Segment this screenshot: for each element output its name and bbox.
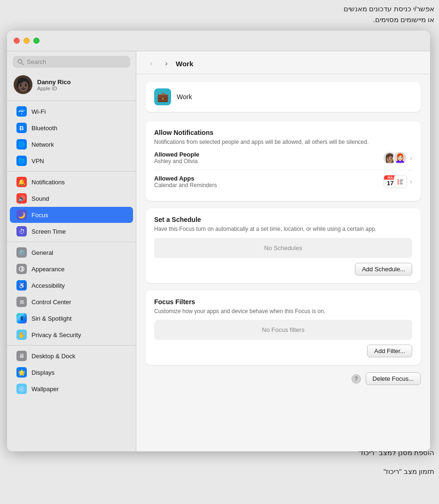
annotation-bottom-2: תזמון מצב "ריכוז"	[274, 467, 434, 476]
allow-notifications-section: Allow Notifications Notifications from s…	[146, 121, 421, 201]
allowed-people-title: Allowed People	[154, 151, 199, 158]
wifi-icon	[16, 106, 27, 117]
allowed-apps-left: Allowed Apps Calendar and Reminders	[154, 175, 217, 189]
search-bar[interactable]: Search	[13, 56, 130, 68]
sidebar-item-focus[interactable]: 🌙 Focus	[10, 207, 133, 223]
help-button[interactable]: ?	[352, 374, 361, 384]
displays-icon: 🌟	[16, 367, 27, 378]
svg-point-0	[18, 59, 22, 63]
sidebar-item-screentime-label: Screen Time	[31, 228, 66, 235]
focus-filters-desc: Customize how your apps and device behav…	[154, 307, 412, 315]
sidebar-item-accessibility-label: Accessibility	[31, 282, 65, 289]
general-icon: ⚙️	[16, 247, 27, 258]
sidebar-item-wallpaper[interactable]: ❄️ Wallpaper	[10, 381, 133, 397]
sidebar-item-network[interactable]: 🌐 Network	[10, 136, 133, 152]
separator-4	[7, 345, 136, 346]
sidebar-item-screentime[interactable]: ⏱ Screen Time	[10, 223, 133, 239]
forward-button[interactable]: ›	[161, 58, 172, 69]
system-preferences-window: Search 🧑🏿 Danny Rico Apple ID	[7, 31, 430, 451]
app-icons-group: JUL 17	[384, 175, 407, 188]
controlcenter-icon: ⊞	[16, 297, 27, 307]
user-row[interactable]: 🧑🏿 Danny Rico Apple ID	[7, 71, 136, 99]
back-button[interactable]: ‹	[146, 58, 157, 69]
bottom-row: ? Delete Focus...	[146, 372, 421, 385]
no-schedules-placeholder: No Schedules	[154, 238, 412, 258]
allowed-people-chevron: ›	[410, 154, 412, 162]
desktop-icon: 🖥	[16, 351, 27, 361]
vpn-icon: 🌐	[16, 156, 27, 166]
traffic-lights	[14, 38, 39, 44]
svg-line-1	[22, 63, 24, 65]
notifications-icon: 🔔	[16, 177, 27, 187]
svg-point-7	[398, 183, 399, 185]
sidebar-item-bluetooth-label: Bluetooth	[31, 125, 57, 132]
sidebar-item-controlcenter-label: Control Center	[31, 299, 71, 306]
set-schedule-section: Set a Schedule Have this Focus turn on a…	[146, 208, 421, 283]
allow-notifications-title: Allow Notifications	[154, 129, 412, 136]
add-schedule-btn-row: Add Schedule...	[154, 263, 412, 276]
main-content: Search 🧑🏿 Danny Rico Apple ID	[7, 51, 430, 451]
svg-rect-4	[400, 180, 403, 181]
sidebar-item-privacy-label: Privacy & Security	[31, 331, 81, 339]
detail-title: Work	[176, 60, 193, 68]
avatar: 🧑🏿	[14, 75, 32, 94]
add-schedule-button[interactable]: Add Schedule...	[355, 263, 412, 276]
svg-point-3	[398, 180, 399, 181]
sidebar-item-general[interactable]: ⚙️ General	[10, 244, 133, 260]
sidebar-group-system: ⚙️ General Appearance ♿	[7, 244, 136, 343]
avatar-olivia: 👩🏻‍🦰	[393, 151, 407, 165]
user-info: Danny Rico Apple ID	[37, 79, 71, 91]
maximize-button[interactable]	[33, 38, 39, 44]
allow-notifications-desc: Notifications from selected people and a…	[154, 138, 412, 146]
sidebar-item-siri-label: Siri & Spotlight	[31, 315, 71, 322]
sidebar-item-controlcenter[interactable]: ⊞ Control Center	[10, 294, 133, 310]
annotation-top: אפשר/י כניסת עדכונים מאנשים או מיישומים …	[274, 0, 434, 29]
sidebar-item-wifi[interactable]: Wi-Fi	[10, 103, 133, 119]
add-filter-button[interactable]: Add Filter...	[367, 345, 412, 357]
close-button[interactable]	[14, 38, 20, 44]
minimize-button[interactable]	[24, 38, 30, 44]
reminders-app-icon	[394, 175, 407, 188]
svg-point-5	[398, 181, 399, 183]
sidebar-item-privacy[interactable]: ✋ Privacy & Security	[10, 327, 133, 343]
sidebar-item-vpn[interactable]: 🌐 VPN	[10, 153, 133, 169]
separator-2	[7, 171, 136, 172]
sidebar-item-displays-label: Displays	[31, 369, 55, 376]
sidebar-item-accessibility[interactable]: ♿ Accessibility	[10, 277, 133, 293]
siri-icon: 🎙	[16, 313, 27, 323]
no-filters-placeholder: No Focus filters	[154, 320, 412, 340]
sidebar-item-displays[interactable]: 🌟 Displays	[10, 364, 133, 380]
screentime-icon: ⏱	[16, 226, 27, 236]
user-name: Danny Rico	[37, 79, 71, 86]
sidebar-item-notifications[interactable]: 🔔 Notifications	[10, 174, 133, 190]
delete-focus-button[interactable]: Delete Focus...	[366, 372, 421, 385]
focus-name-label: Work	[177, 93, 192, 101]
allowed-apps-right: JUL 17	[384, 175, 412, 188]
network-icon: 🌐	[16, 139, 27, 150]
focus-header-card: 💼 Work	[146, 82, 421, 112]
allowed-people-row[interactable]: Allowed People Ashley and Olivia 👩🏽 👩🏻‍🦰…	[154, 146, 412, 170]
allowed-apps-row[interactable]: Allowed Apps Calendar and Reminders JUL …	[154, 170, 412, 193]
title-bar	[7, 31, 430, 51]
allowed-people-sub: Ashley and Olivia	[154, 158, 199, 165]
sidebar-item-sound[interactable]: 🔊 Sound	[10, 190, 133, 206]
search-input[interactable]: Search	[27, 58, 125, 65]
add-filter-btn-row: Add Filter...	[154, 345, 412, 357]
sidebar-group-focus: 🔔 Notifications 🔊 Sound 🌙 Focus	[7, 173, 136, 240]
wallpaper-icon: ❄️	[16, 384, 27, 394]
sidebar-item-appearance[interactable]: Appearance	[10, 261, 133, 277]
focus-icon-big: 💼	[154, 88, 171, 105]
avatar-emoji: 🧑🏿	[15, 78, 31, 91]
appearance-icon	[16, 264, 27, 274]
sidebar-item-desktop-label: Desktop & Dock	[31, 353, 75, 360]
sidebar-item-bluetooth[interactable]: B Bluetooth	[10, 120, 133, 136]
sidebar-item-sound-label: Sound	[31, 195, 49, 202]
cal-day: 17	[387, 180, 393, 187]
sidebar-item-desktop[interactable]: 🖥 Desktop & Dock	[10, 348, 133, 364]
sidebar-item-general-label: General	[31, 249, 53, 256]
sidebar-item-focus-label: Focus	[31, 212, 48, 219]
sidebar-group-network: Wi-Fi B Bluetooth 🌐 Network 🌐	[7, 103, 136, 169]
sidebar-item-siri[interactable]: 🎙 Siri & Spotlight	[10, 310, 133, 326]
allowed-people-right: 👩🏽 👩🏻‍🦰 ›	[383, 151, 412, 165]
detail-panel: ‹ › Work 💼 Work Allow Notifications Noti…	[136, 51, 430, 451]
